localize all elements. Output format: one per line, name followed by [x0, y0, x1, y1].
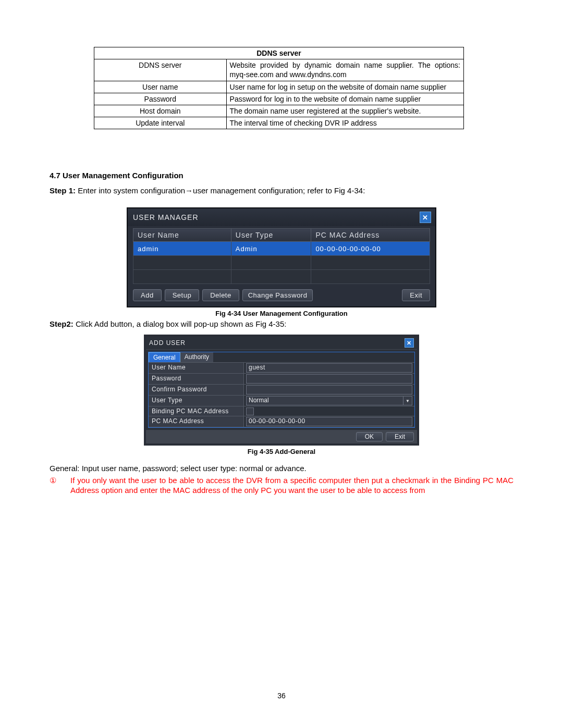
user-type-select[interactable]: Normal: [246, 396, 403, 405]
password-input[interactable]: [246, 374, 412, 384]
add-button[interactable]: Add: [133, 289, 162, 301]
ddns-row-desc: The interval time of checking DVR IP add…: [226, 117, 463, 129]
column-pc-mac: PC MAC Address: [311, 229, 430, 242]
user-name-label: User Name: [149, 363, 244, 373]
ddns-row-desc: The domain name user registered at the s…: [226, 105, 463, 117]
pc-mac-input[interactable]: 00-00-00-00-00-00: [246, 417, 412, 426]
note-block: ① If you only want the user to be able t…: [50, 476, 513, 495]
ddns-row-desc: Website provided by dynamic domain name …: [226, 59, 463, 81]
fig-435-caption: Fig 4-35 Add-General: [50, 448, 513, 455]
pc-mac-label: PC MAC Address: [149, 416, 244, 427]
binding-mac-checkbox[interactable]: [246, 408, 254, 415]
setup-button[interactable]: Setup: [165, 289, 199, 301]
confirm-password-label: Confirm Password: [149, 385, 244, 395]
add-user-window: ADD USER ✕ General Authority User Name g…: [144, 335, 419, 446]
section-heading: 4.7 User Management Configuration: [50, 171, 513, 180]
ddns-row-label: Password: [94, 93, 227, 105]
step1-line: Step 1: Enter into system configuration→…: [50, 186, 513, 195]
ddns-row-desc: User name for log in setup on the websit…: [226, 81, 463, 93]
ddns-server-table: DDNS server DDNS server Website provided…: [94, 47, 464, 129]
table-row[interactable]: admin Admin 00-00-00-00-00-00: [133, 242, 430, 256]
step2-line: Step2: Click Add button, a dialog box wi…: [50, 319, 513, 328]
cell-user-name: admin: [133, 242, 231, 256]
column-user-type: User Type: [231, 229, 311, 242]
fig-434-caption: Fig 4-34 User Management Configuration: [50, 310, 513, 317]
cell-user-type: Admin: [231, 242, 311, 256]
step2-label: Step2:: [50, 319, 74, 328]
ddns-row-label: User name: [94, 81, 227, 93]
user-manager-table: User Name User Type PC MAC Address admin…: [133, 228, 430, 284]
close-icon[interactable]: ✕: [405, 338, 414, 348]
user-type-label: User Type: [149, 396, 244, 406]
table-row: [133, 270, 430, 284]
change-password-button[interactable]: Change Password: [242, 289, 313, 301]
cell-pc-mac: 00-00-00-00-00-00: [311, 242, 430, 256]
note-text: If you only want the user to be able to …: [70, 476, 513, 495]
ddns-row-desc: Password for log in to the website of do…: [226, 93, 463, 105]
table-row: [133, 256, 430, 270]
user-manager-window: USER MANAGER ✕ User Name User Type PC MA…: [127, 207, 436, 307]
ok-button[interactable]: OK: [356, 432, 383, 441]
page-number: 36: [0, 692, 563, 700]
password-label: Password: [149, 374, 244, 384]
chevron-down-icon[interactable]: ▼: [403, 396, 412, 405]
ddns-table-header: DDNS server: [94, 47, 464, 59]
tab-general[interactable]: General: [149, 352, 180, 362]
add-user-title: ADD USER: [149, 339, 186, 347]
column-user-name: User Name: [133, 229, 231, 242]
ddns-row-label: Update interval: [94, 117, 227, 129]
exit-button[interactable]: Exit: [386, 432, 414, 441]
close-icon[interactable]: ✕: [420, 212, 431, 223]
step2-text: Click Add button, a dialog box will pop-…: [74, 319, 287, 328]
ddns-row-label: Host domain: [94, 105, 227, 117]
step1-text: Enter into system configuration→user man…: [76, 186, 365, 195]
ddns-row-label: DDNS server: [94, 59, 227, 81]
user-name-input[interactable]: guest: [246, 363, 412, 373]
general-instruction: General: Input user name, password; sele…: [50, 464, 513, 473]
confirm-password-input[interactable]: [246, 385, 412, 394]
exit-button[interactable]: Exit: [402, 289, 430, 301]
binding-mac-label: Binding PC MAC Address: [149, 406, 244, 416]
tab-authority[interactable]: Authority: [180, 352, 214, 362]
user-manager-title: USER MANAGER: [133, 213, 199, 221]
delete-button[interactable]: Delete: [202, 289, 239, 301]
step1-label: Step 1:: [50, 186, 76, 195]
note-number: ①: [50, 476, 70, 495]
